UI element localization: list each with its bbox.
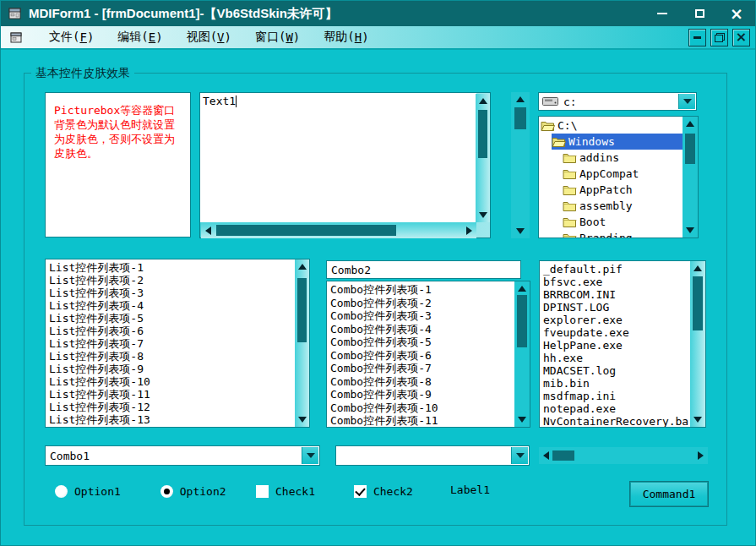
- combo-empty[interactable]: [335, 445, 530, 466]
- scroll-thumb[interactable]: [514, 107, 526, 129]
- scroll-up-arrow[interactable]: [298, 264, 307, 270]
- bottom-hscrollbar[interactable]: [539, 447, 708, 464]
- scroll-down-arrow[interactable]: [479, 212, 487, 218]
- textbox-vscrollbar[interactable]: [476, 94, 490, 222]
- checkbox-option[interactable]: Check2: [354, 485, 413, 498]
- list-item[interactable]: _default.pif: [540, 263, 690, 276]
- scroll-thumb[interactable]: [297, 278, 307, 342]
- minimize-button[interactable]: [654, 5, 671, 22]
- radio-option[interactable]: Option2: [160, 485, 226, 498]
- directory-item[interactable]: Windows: [552, 134, 683, 150]
- scroll-thumb[interactable]: [685, 134, 695, 164]
- drive-combo-dropdown-button[interactable]: [678, 94, 695, 109]
- list-item[interactable]: Combo控件列表项-2: [327, 297, 514, 310]
- scroll-up-arrow[interactable]: [479, 98, 487, 104]
- checkbox-icon[interactable]: [256, 485, 269, 498]
- mdi-minimize-button[interactable]: [688, 29, 706, 46]
- list-item[interactable]: HelpPane.exe: [540, 339, 690, 352]
- list-item[interactable]: Combo控件列表项-11: [327, 414, 514, 428]
- checkbox-option[interactable]: Check1: [256, 485, 315, 498]
- scroll-thumb[interactable]: [478, 110, 487, 158]
- list-item[interactable]: List控件列表项-5: [46, 312, 294, 325]
- textbox[interactable]: Text1: [199, 92, 491, 238]
- maximize-button[interactable]: [691, 5, 708, 22]
- textbox-hscrollbar[interactable]: [201, 222, 476, 238]
- menu-item[interactable]: 视图(V): [175, 26, 243, 48]
- list-item[interactable]: Combo控件列表项-5: [327, 336, 514, 349]
- list-item[interactable]: List控件列表项-6: [46, 325, 294, 337]
- scroll-right-arrow[interactable]: [698, 451, 704, 460]
- scroll-down-arrow[interactable]: [298, 417, 307, 423]
- scroll-up-arrow[interactable]: [516, 96, 525, 102]
- list-item[interactable]: mib.bin: [540, 377, 690, 390]
- scroll-left-arrow[interactable]: [543, 451, 549, 460]
- list-item[interactable]: Combo控件列表项-3: [327, 309, 514, 323]
- list-item[interactable]: List控件列表项-7: [46, 337, 294, 350]
- list-item[interactable]: MDACSET.log: [540, 364, 690, 377]
- directory-item[interactable]: C:\: [541, 117, 683, 134]
- combo2-edit[interactable]: Combo2: [326, 260, 521, 279]
- list-item[interactable]: List控件列表项-9: [46, 363, 294, 375]
- radio-icon[interactable]: [55, 485, 68, 498]
- list-item[interactable]: Combo控件列表项-4: [327, 323, 514, 336]
- list-item[interactable]: msdfmap.ini: [540, 390, 690, 402]
- combo1-dropdown-button[interactable]: [302, 447, 318, 464]
- standalone-vscrollbar[interactable]: [511, 92, 530, 238]
- list-item[interactable]: List控件列表项-8: [46, 350, 294, 363]
- list-item[interactable]: Combo控件列表项-10: [327, 401, 514, 415]
- list-item[interactable]: Combo控件列表项-9: [327, 388, 514, 401]
- list-item[interactable]: notepad.exe: [540, 402, 690, 415]
- list1-vscrollbar[interactable]: [295, 259, 309, 427]
- mdi-restore-button[interactable]: [710, 29, 728, 46]
- scroll-up-arrow[interactable]: [693, 265, 702, 271]
- list-item[interactable]: List控件列表项-10: [46, 375, 294, 388]
- combo-empty-dropdown-button[interactable]: [511, 447, 528, 464]
- list-item[interactable]: Combo控件列表项-6: [327, 349, 514, 363]
- list-item[interactable]: NvContainerRecovery.ba: [540, 415, 690, 428]
- menu-item[interactable]: 窗口(W): [243, 26, 312, 48]
- list-item[interactable]: hh.exe: [540, 352, 690, 364]
- menu-item[interactable]: 文件(F): [37, 26, 106, 48]
- combo2-list-vscrollbar[interactable]: [514, 281, 530, 427]
- combo1[interactable]: Combo1: [45, 445, 320, 466]
- scroll-up-arrow[interactable]: [518, 286, 526, 292]
- scroll-down-arrow[interactable]: [516, 228, 525, 234]
- list-item[interactable]: List控件列表项-13: [46, 413, 294, 426]
- list-item[interactable]: List控件列表项-2: [46, 274, 294, 287]
- directory-list-vscrollbar[interactable]: [683, 117, 698, 238]
- scroll-thumb[interactable]: [552, 450, 574, 461]
- scroll-up-arrow[interactable]: [686, 121, 694, 127]
- scroll-right-arrow[interactable]: [466, 227, 472, 235]
- menu-item[interactable]: 编辑(E): [106, 26, 174, 48]
- list-item[interactable]: Combo控件列表项-8: [327, 375, 514, 389]
- directory-item[interactable]: AppPatch: [563, 182, 683, 198]
- directory-item[interactable]: addins: [563, 150, 683, 166]
- list-item[interactable]: DPINST.LOG: [540, 301, 690, 314]
- checkbox-icon[interactable]: [354, 485, 367, 498]
- menu-item[interactable]: 帮助(H): [312, 26, 380, 48]
- drive-combo[interactable]: c:: [538, 92, 697, 111]
- list-item[interactable]: List控件列表项-1: [46, 261, 294, 274]
- list-item[interactable]: fveupdate.exe: [540, 326, 690, 339]
- directory-item[interactable]: assembly: [563, 198, 683, 214]
- close-button[interactable]: ×: [728, 5, 745, 22]
- command1-button[interactable]: Command1: [630, 482, 708, 506]
- radio-icon[interactable]: [160, 485, 173, 498]
- scroll-left-arrow[interactable]: [205, 227, 211, 235]
- list-item[interactable]: Combo控件列表项-1: [327, 283, 514, 297]
- scroll-down-arrow[interactable]: [686, 227, 694, 233]
- textbox-edit-area[interactable]: Text1: [200, 93, 476, 222]
- list-item[interactable]: List控件列表项-4: [46, 299, 294, 312]
- radio-option[interactable]: Option1: [55, 485, 121, 498]
- list-item[interactable]: bfsvc.exe: [540, 276, 690, 288]
- scroll-thumb[interactable]: [693, 276, 703, 330]
- scroll-thumb[interactable]: [216, 225, 396, 236]
- directory-item[interactable]: Boot: [563, 214, 683, 230]
- list-item[interactable]: List控件列表项-3: [46, 287, 294, 299]
- scroll-down-arrow[interactable]: [518, 417, 526, 423]
- directory-item[interactable]: Branding: [563, 230, 683, 238]
- list-item[interactable]: Combo控件列表项-7: [327, 362, 514, 375]
- list-item[interactable]: BRRBCOM.INI: [540, 288, 690, 301]
- file-list-vscrollbar[interactable]: [690, 261, 705, 427]
- list-item[interactable]: List控件列表项-11: [46, 388, 294, 401]
